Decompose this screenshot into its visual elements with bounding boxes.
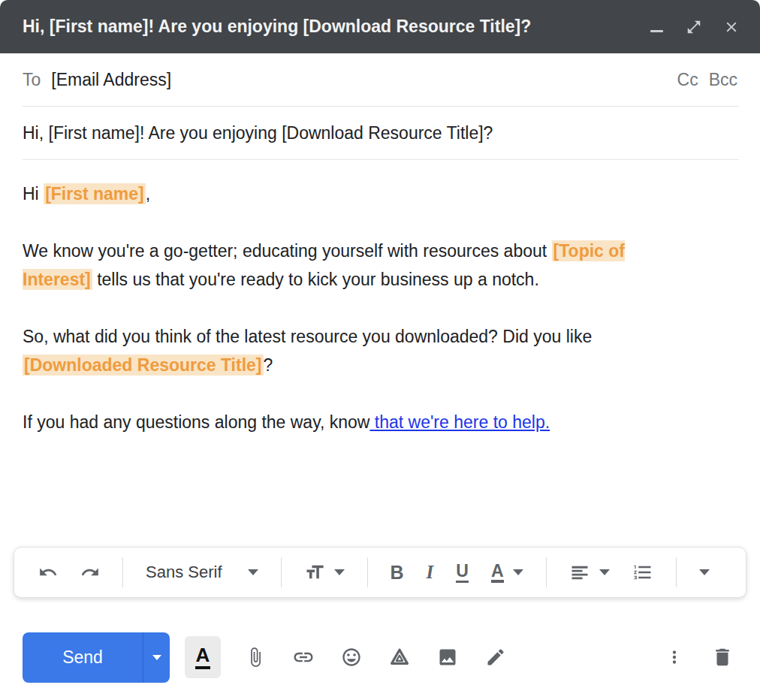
insert-emoji-button[interactable] (327, 636, 375, 678)
text-color-icon: A (491, 562, 504, 583)
font-size-select[interactable] (298, 559, 351, 586)
pen-icon (485, 647, 506, 668)
text-formatting-icon: A (195, 645, 211, 668)
merge-field: [First name] (44, 183, 146, 204)
compose-titlebar: Hi, [First name]! Are you enjoying [Down… (0, 0, 760, 53)
insert-icons-group (231, 636, 520, 678)
toolbar-divider (281, 557, 282, 587)
numbered-list-icon (632, 562, 653, 583)
merge-field: [Downloaded Resource Title] (23, 355, 264, 376)
insert-photo-button[interactable] (424, 636, 472, 678)
chevron-down-icon (334, 569, 345, 575)
minimize-button[interactable] (647, 18, 665, 36)
font-family-value: Sans Serif (146, 563, 222, 582)
body-text: So, what did you think of the latest res… (23, 327, 592, 346)
insert-signature-button[interactable] (472, 636, 520, 678)
cc-toggle[interactable]: Cc (677, 70, 698, 90)
recipients-row[interactable]: To [Email Address] Cc Bcc (0, 53, 760, 106)
attach-files-button[interactable] (231, 636, 279, 678)
formatting-toolbar: Sans Serif B I U A (14, 547, 746, 598)
toolbar-divider (367, 557, 368, 587)
minimize-icon (650, 30, 663, 32)
text-color-button[interactable]: A (485, 559, 529, 586)
body-text: Hi (23, 184, 44, 204)
body-link[interactable]: that we're here to help. (369, 412, 550, 432)
body-text: If you had any questions along the way, … (23, 412, 369, 432)
font-size-icon (304, 562, 325, 583)
body-text: , (146, 184, 150, 204)
compose-title: Hi, [First name]! Are you enjoying [Down… (23, 17, 647, 37)
bcc-toggle[interactable]: Bcc (709, 70, 737, 90)
send-button[interactable]: Send (23, 632, 143, 683)
underline-icon: U (456, 562, 469, 582)
body-text: ? (264, 355, 273, 375)
toolbar-divider (676, 557, 677, 587)
body-text: tells us that you're ready to kick your … (92, 270, 539, 289)
insert-photo-icon (437, 647, 458, 668)
italic-button[interactable]: I (421, 559, 440, 586)
discard-draft-button[interactable] (706, 636, 739, 678)
subject-field[interactable]: Hi, [First name]! Are you enjoying [Down… (23, 123, 493, 143)
close-button[interactable] (722, 18, 740, 36)
attach-icon (245, 647, 266, 668)
more-formatting-button[interactable] (693, 566, 716, 578)
more-options-icon (665, 647, 684, 667)
toolbar-divider (122, 557, 123, 587)
body-paragraph: Hi [First name], (23, 180, 691, 208)
body-paragraph: So, what did you think of the latest res… (23, 322, 691, 379)
subject-row[interactable]: Hi, [First name]! Are you enjoying [Down… (0, 107, 760, 159)
emoji-icon (341, 647, 362, 668)
italic-icon: I (427, 562, 434, 583)
bold-button[interactable]: B (385, 559, 410, 587)
chevron-down-icon (152, 655, 161, 660)
formatting-options-toggle[interactable]: A (185, 636, 221, 678)
body-paragraph: If you had any questions along the way, … (23, 408, 691, 436)
to-label: To (23, 70, 41, 90)
undo-icon (38, 563, 58, 582)
insert-link-button[interactable] (279, 636, 327, 678)
align-left-icon (569, 562, 590, 583)
body-paragraph: We know you're a go-getter; educating yo… (23, 237, 691, 294)
trash-icon (711, 646, 734, 668)
compose-window: Hi, [First name]! Are you enjoying [Down… (0, 0, 760, 700)
drive-icon (388, 646, 411, 668)
send-split-button: Send (23, 632, 170, 683)
bold-icon: B (391, 562, 404, 584)
redo-button[interactable] (74, 560, 106, 585)
action-bar: Send A (23, 632, 739, 683)
more-formatting-icon (699, 569, 710, 575)
expand-icon (686, 19, 702, 35)
insert-link-icon (292, 646, 315, 668)
insert-from-drive-button[interactable] (375, 636, 424, 678)
more-options-button[interactable] (659, 636, 689, 678)
underline-button[interactable]: U (450, 559, 475, 585)
chevron-down-icon (513, 569, 523, 575)
numbered-list-button[interactable] (626, 559, 659, 586)
undo-button[interactable] (32, 560, 64, 585)
chevron-down-icon (599, 569, 610, 575)
action-bar-right (659, 636, 739, 678)
message-body[interactable]: Hi [First name],We know you're a go-gett… (0, 160, 736, 436)
expand-button[interactable] (685, 18, 703, 36)
toolbar-divider (546, 557, 547, 587)
body-text: We know you're a go-getter; educating yo… (23, 241, 552, 261)
chevron-down-icon (248, 569, 258, 575)
close-icon (723, 19, 740, 35)
font-family-select[interactable]: Sans Serif (140, 563, 264, 582)
align-button[interactable] (563, 559, 616, 586)
to-field[interactable]: [Email Address] (51, 70, 677, 90)
window-controls (647, 18, 740, 36)
send-options-button[interactable] (143, 632, 170, 683)
redo-icon (80, 563, 100, 582)
